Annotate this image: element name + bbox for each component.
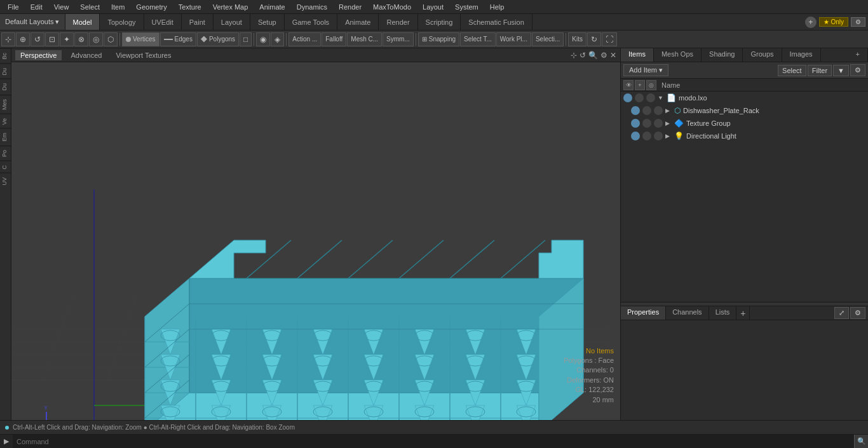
scale-btn[interactable]: ⊡: [45, 32, 59, 46]
menu-layout[interactable]: Layout: [417, 2, 449, 12]
select-tool-btn[interactable]: ⊹: [1, 32, 15, 46]
vp-tab-textures[interactable]: Viewport Textures: [111, 50, 176, 60]
layout-tab-gametools[interactable]: Game Tools: [285, 14, 338, 30]
layout-tab-topology[interactable]: Topology: [100, 14, 144, 30]
center-btn[interactable]: ◎: [89, 32, 103, 46]
tab-shading[interactable]: Shading: [702, 48, 743, 62]
symmetry-btn[interactable]: Symm...: [383, 32, 414, 46]
layout-tab-render[interactable]: Render: [379, 14, 417, 30]
layout-tab-scripting[interactable]: Scripting: [418, 14, 461, 30]
layout-tab-layout[interactable]: Layout: [214, 14, 250, 30]
tab-properties[interactable]: Properties: [621, 306, 666, 320]
props-expand-btn[interactable]: ⤢: [834, 307, 849, 319]
action-btn[interactable]: Action ...: [288, 32, 321, 46]
items-select-button[interactable]: Select: [778, 65, 806, 76]
left-tab-du1[interactable]: Du: [0, 64, 11, 79]
item-row-light[interactable]: ▶ 💡 Directional Light: [628, 130, 868, 142]
tab-lists[interactable]: Lists: [709, 306, 737, 320]
transform2-btn[interactable]: ✦: [60, 32, 74, 46]
left-tab-em[interactable]: Em: [0, 128, 11, 146]
left-tab-bc[interactable]: Bc: [0, 48, 11, 64]
mesh-constraint-btn[interactable]: Mesh C...: [347, 32, 382, 46]
menu-file[interactable]: File: [3, 2, 24, 12]
render-btn-tex[interactable]: [654, 119, 663, 128]
col-lock-btn[interactable]: +: [635, 80, 645, 90]
expand-light[interactable]: ▶: [665, 133, 672, 139]
props-settings-btn[interactable]: ⚙: [850, 307, 865, 319]
menu-maxtomodo[interactable]: MaxToModo: [368, 2, 416, 12]
menu-geometry[interactable]: Geometry: [131, 2, 172, 12]
menu-system[interactable]: System: [450, 2, 484, 12]
left-tab-po[interactable]: Po: [0, 146, 11, 161]
vis-btn-tex[interactable]: [631, 119, 640, 128]
lock-btn-light[interactable]: [642, 132, 651, 140]
layout-tab-schematic[interactable]: Schematic Fusion: [461, 14, 532, 30]
vp-pivot-icon[interactable]: ⊹: [571, 51, 577, 60]
vp-refresh-icon[interactable]: ↺: [580, 51, 586, 60]
snapping-btn[interactable]: ⊞ Snapping: [418, 32, 459, 46]
menu-dynamics[interactable]: Dynamics: [292, 2, 332, 12]
viewport-canvas[interactable]: X Y Z No Items Polygons : Face Channels:…: [11, 62, 620, 420]
menu-view[interactable]: View: [49, 2, 74, 12]
add-layout-button[interactable]: +: [805, 17, 817, 28]
menu-item[interactable]: Item: [106, 2, 130, 12]
lock-btn-dish[interactable]: [642, 106, 651, 115]
item-row-modo-lxo[interactable]: ▼ 📄 modo.lxo: [621, 92, 868, 104]
items-filter-button[interactable]: Filter: [808, 65, 832, 76]
add-item-button[interactable]: Add Item ▾: [623, 64, 668, 76]
layout-tab-animate[interactable]: Animate: [337, 14, 379, 30]
rotate-btn[interactable]: ↺: [31, 32, 44, 46]
col-vis-btn[interactable]: 👁: [623, 80, 634, 90]
tab-images[interactable]: Images: [782, 48, 821, 62]
polygons-btn[interactable]: Polygons: [197, 32, 239, 46]
viewport[interactable]: Perspective Advanced Viewport Textures ⊹…: [11, 48, 620, 420]
expand-modo[interactable]: ▼: [658, 95, 664, 101]
selection-btn[interactable]: Selecti...: [532, 32, 564, 46]
left-tab-ve[interactable]: Ve: [0, 114, 11, 129]
vp-search-icon[interactable]: 🔍: [588, 51, 598, 60]
lock-btn-tex[interactable]: [642, 119, 651, 128]
vis-btn-modo[interactable]: [623, 93, 632, 102]
render-btn-dish[interactable]: [654, 106, 663, 115]
layout-tab-paint[interactable]: Paint: [182, 14, 214, 30]
view-mode-btn[interactable]: ◉: [256, 32, 270, 46]
tab-add-panel[interactable]: +: [848, 48, 868, 62]
star-only-button[interactable]: ★ Only: [819, 17, 848, 27]
refresh-btn[interactable]: ↻: [587, 32, 601, 46]
command-input[interactable]: [13, 435, 854, 448]
vp-settings-icon[interactable]: ⚙: [600, 51, 607, 60]
tab-channels[interactable]: Channels: [666, 306, 709, 320]
vis-btn-light[interactable]: [631, 132, 640, 140]
expand-tex[interactable]: ▶: [665, 120, 672, 126]
work-plane-btn[interactable]: Work Pl...: [496, 32, 531, 46]
edges-btn[interactable]: Edges: [160, 32, 196, 46]
item-row-texture[interactable]: ▶ 🔷 Texture Group: [628, 117, 868, 130]
layout-tab-setup[interactable]: Setup: [250, 14, 285, 30]
menu-render[interactable]: Render: [334, 2, 367, 12]
expand-dish[interactable]: ▶: [665, 107, 672, 114]
render-btn-light[interactable]: [654, 132, 663, 140]
render-mode-btn[interactable]: ◈: [271, 32, 284, 46]
transform-btn[interactable]: ⊕: [16, 32, 30, 46]
menu-select[interactable]: Select: [75, 2, 105, 12]
lock-btn-modo[interactable]: [635, 93, 644, 102]
items-expand-button[interactable]: ⚙: [850, 64, 865, 76]
left-tab-c[interactable]: C: [0, 161, 11, 173]
menu-texture[interactable]: Texture: [173, 2, 207, 12]
items-collapse-button[interactable]: ▼: [833, 65, 849, 76]
vis-btn-dish[interactable]: [631, 106, 640, 115]
fullscreen-btn[interactable]: ⛶: [602, 32, 617, 46]
settings-button[interactable]: ⚙: [851, 17, 865, 27]
kits-btn[interactable]: Kits: [568, 32, 587, 46]
left-tab-mes[interactable]: Mes: [0, 95, 11, 114]
props-add-button[interactable]: +: [736, 306, 750, 320]
snap-btn[interactable]: ⬡: [104, 32, 118, 46]
render-btn-modo[interactable]: [646, 93, 655, 102]
item-row-dishwasher[interactable]: ▶ ⬡ Dishwasher_Plate_Rack: [628, 104, 868, 117]
select-tool-menu-btn[interactable]: Select T...: [460, 32, 496, 46]
left-tab-du2[interactable]: Du: [0, 79, 11, 95]
falloff-btn[interactable]: Falloff: [322, 32, 346, 46]
menu-help[interactable]: Help: [485, 2, 510, 12]
command-search-button[interactable]: 🔍: [854, 435, 868, 449]
axis-btn[interactable]: ⊗: [74, 32, 88, 46]
